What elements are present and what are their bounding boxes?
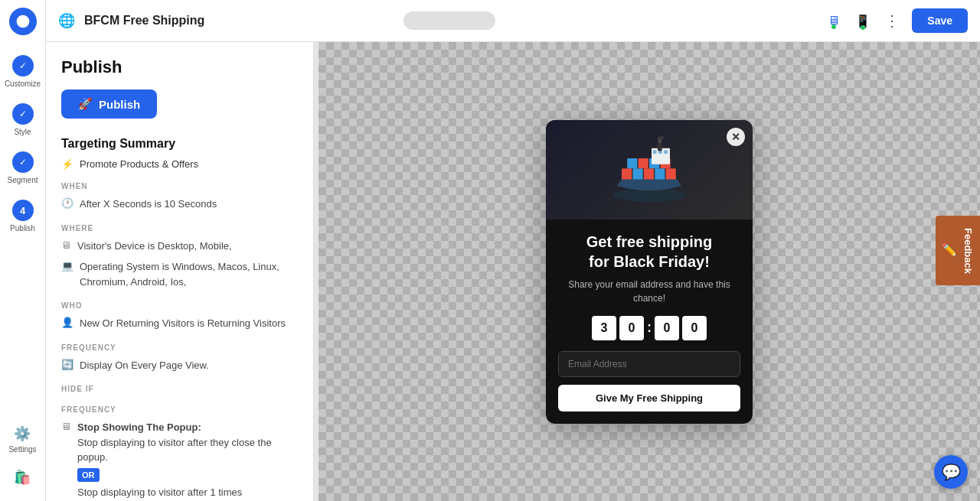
clock-icon: 🕐	[61, 197, 74, 209]
icon-sidebar: ✓ Customize ✓ Style ✓ Segment 4 Publish …	[0, 0, 46, 501]
who-label: WHO	[61, 301, 298, 310]
targeting-type-label: Promote Products & Offers	[80, 158, 198, 170]
svg-rect-6	[666, 168, 676, 179]
email-input[interactable]	[558, 351, 740, 377]
popup-heading: Get free shipping for Black Friday!	[558, 232, 740, 272]
frequency2-label: FREQUENCY	[61, 405, 298, 414]
when-label: WHEN	[61, 182, 298, 190]
monitor-icon: 🖥	[61, 239, 71, 251]
segment-check-icon: ✓	[12, 151, 34, 173]
cta-button[interactable]: Give My Free Shipping	[558, 385, 740, 412]
frequency-label: FREQUENCY	[61, 343, 298, 352]
timer-digit-4: 0	[682, 316, 707, 340]
sidebar-item-customize[interactable]: ✓ Customize	[0, 47, 45, 96]
sidebar-label-publish: Publish	[10, 224, 35, 233]
mobile-device-btn[interactable]: 📱	[851, 11, 875, 31]
sidebar-item-settings[interactable]: ⚙️ Settings	[5, 418, 39, 461]
svg-rect-7	[627, 158, 637, 168]
svg-rect-3	[632, 168, 642, 179]
targeting-type-item: ⚡ Promote Products & Offers	[61, 158, 298, 170]
stop-showing-row: 🖥 Stop Showing The Popup: Stop displayin…	[61, 420, 298, 500]
svg-rect-14	[664, 150, 668, 154]
main-layout: Publish 🚀 Publish Targeting Summary ⚡ Pr…	[46, 42, 980, 501]
feedback-icon: ✏️	[942, 242, 956, 258]
url-bar	[403, 11, 495, 30]
desktop-device-btn[interactable]: 🖥	[823, 11, 844, 31]
left-panel: Publish 🚀 Publish Targeting Summary ⚡ Pr…	[46, 42, 314, 501]
popup-heading-line2: for Black Friday!	[589, 253, 710, 270]
sidebar-label-style: Style	[14, 128, 31, 136]
device-controls: 🖥 📱 ⋮	[823, 8, 903, 33]
stop-icon: 🖥	[61, 421, 71, 432]
popup-inner: Get free shipping for Black Friday! Shar…	[546, 120, 753, 424]
sidebar-label-settings: Settings	[8, 445, 36, 454]
publish-number-icon: 4	[12, 200, 34, 221]
bolt-icon: ⚡	[61, 158, 74, 170]
timer-digit-2: 0	[619, 316, 644, 340]
sidebar-item-segment[interactable]: ✓ Segment	[0, 144, 45, 192]
popup-ship-image	[546, 120, 753, 220]
sidebar-label-customize: Customize	[5, 80, 41, 88]
feedback-tab[interactable]: Feedback ✏️	[936, 216, 980, 286]
popup-timer: 3 0 : 0 0	[558, 316, 740, 340]
where-os-value: Operating System is Windows, Macos, Linu…	[80, 259, 298, 289]
more-options-icon[interactable]: ⋮	[881, 8, 903, 33]
rocket-icon: 🚀	[78, 97, 93, 111]
save-button[interactable]: Save	[912, 8, 968, 33]
timer-colon-1: :	[647, 320, 652, 336]
timer-digit-1: 3	[592, 316, 616, 340]
when-row: 🕐 After X Seconds is 10 Seconds	[61, 197, 298, 212]
stop-bold: Stop Showing The Popup:	[77, 421, 201, 433]
targeting-summary-heading: Targeting Summary	[61, 137, 298, 151]
where-label: WHERE	[61, 224, 298, 233]
sidebar-item-style[interactable]: ✓ Style	[0, 96, 45, 144]
where-os-row: 💻 Operating System is Windows, Macos, Li…	[61, 259, 298, 289]
popup-content: Get free shipping for Black Friday! Shar…	[546, 220, 753, 424]
preview-area: ✕	[318, 42, 980, 501]
person-icon: 👤	[61, 317, 74, 328]
publish-button[interactable]: 🚀 Publish	[61, 89, 157, 119]
svg-rect-12	[653, 150, 657, 154]
panel-title: Publish	[61, 57, 298, 77]
svg-point-18	[660, 135, 664, 139]
globe-icon: 🌐	[58, 12, 75, 29]
app-logo	[9, 8, 37, 35]
or-badge: OR	[77, 468, 100, 483]
sidebar-item-publish[interactable]: 4 Publish	[0, 192, 45, 240]
refresh-icon: 🔄	[61, 359, 74, 370]
popup-subtext: Share your email address and have this c…	[558, 278, 740, 305]
page-title: BFCM Free Shipping	[84, 14, 394, 28]
svg-point-0	[16, 15, 29, 28]
who-row: 👤 New Or Returning Visitors is Returning…	[61, 316, 298, 331]
when-value: After X Seconds is 10 Seconds	[80, 197, 217, 212]
sidebar-item-bag[interactable]: 🛍️	[5, 461, 39, 493]
customize-check-icon: ✓	[12, 55, 34, 76]
svg-rect-15	[658, 142, 662, 151]
stop-detail: Stop displaying to visitor after they cl…	[77, 437, 272, 464]
style-check-icon: ✓	[12, 103, 34, 125]
top-bar: 🌐 BFCM Free Shipping 🖥 📱 ⋮ Save	[46, 0, 980, 42]
stop-showing-text: Stop Showing The Popup: Stop displaying …	[77, 420, 298, 500]
svg-rect-4	[644, 168, 654, 179]
svg-rect-8	[639, 158, 648, 168]
sidebar-label-segment: Segment	[7, 176, 38, 184]
feedback-label: Feedback	[962, 228, 974, 274]
chat-icon: 💬	[942, 463, 961, 481]
chat-bubble-button[interactable]: 💬	[934, 455, 968, 489]
publish-button-label: Publish	[99, 98, 140, 111]
computer-icon: 💻	[61, 260, 74, 272]
who-value: New Or Returning Visitors is Returning V…	[80, 316, 286, 331]
frequency-row: 🔄 Display On Every Page View.	[61, 358, 298, 373]
where-device-row: 🖥 Visitor's Device is Desktop, Mobile,	[61, 239, 298, 254]
svg-rect-5	[655, 168, 665, 179]
frequency-value: Display On Every Page View.	[80, 358, 209, 373]
hide-if-label: Hide if	[61, 385, 298, 393]
stop-times: Stop displaying to visitor after 1 times	[77, 486, 242, 498]
svg-rect-2	[622, 168, 632, 179]
timer-digit-3: 0	[655, 316, 679, 340]
where-device-value: Visitor's Device is Desktop, Mobile,	[77, 239, 232, 254]
popup-card: ✕	[546, 120, 753, 424]
popup-heading-line1: Get free shipping	[586, 233, 712, 250]
popup-close-button[interactable]: ✕	[727, 128, 745, 146]
